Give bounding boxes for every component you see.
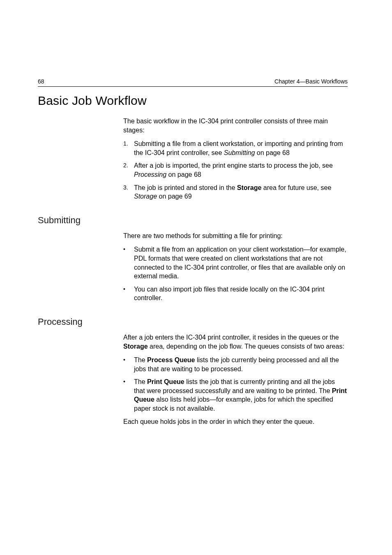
list-text: After a job is imported, the print engin… [134, 161, 348, 179]
text-fragment: area for future use, see [261, 184, 331, 191]
list-text: The Print Queue lists the job that is cu… [134, 377, 348, 413]
list-text: Submit a file from an application on you… [134, 245, 348, 280]
ui-label: Process Queue [147, 356, 195, 363]
text-fragment: After a job enters the IC-304 print cont… [123, 334, 339, 341]
workflow-steps-list: 1. Submitting a file from a client works… [123, 139, 348, 201]
submitting-paragraph: There are two methods for submitting a f… [123, 231, 348, 240]
heading-processing: Processing [38, 317, 348, 327]
bullet-icon: • [123, 285, 134, 303]
list-item: 3. The job is printed and stored in the … [123, 183, 348, 201]
content-area: Basic Job Workflow The basic workflow in… [38, 94, 348, 431]
cross-ref-link[interactable]: Processing [134, 171, 166, 178]
list-item: • The Process Queue lists the job curren… [123, 356, 348, 373]
text-fragment: After a job is imported, the print engin… [134, 162, 333, 169]
list-item: 1. Submitting a file from a client works… [123, 139, 348, 157]
intro-block: The basic workflow in the IC-304 print c… [123, 117, 348, 201]
submitting-block: There are two methods for submitting a f… [123, 231, 348, 303]
ui-label: Storage [237, 184, 262, 191]
bullet-icon: • [123, 356, 134, 373]
processing-block: After a job enters the IC-304 print cont… [123, 333, 348, 426]
text-fragment: area, depending on the job flow. The que… [148, 343, 344, 350]
header-rule [38, 86, 348, 87]
submitting-bullets: • Submit a file from an application on y… [123, 245, 348, 303]
text-fragment: The job is printed and stored in the [134, 184, 237, 191]
page-header: 68 Chapter 4—Basic Workflows [38, 78, 348, 85]
list-text: The Process Queue lists the job currentl… [134, 356, 348, 373]
text-fragment: The [134, 378, 147, 385]
list-marker: 1. [123, 139, 134, 157]
text-fragment: on page 68 [255, 149, 290, 156]
text-fragment: also lists held jobs—for example, jobs f… [134, 396, 333, 412]
cross-ref-link[interactable]: Submitting [224, 149, 255, 156]
ui-label: Storage [123, 343, 148, 350]
heading-submitting: Submitting [38, 215, 348, 226]
cross-ref-link[interactable]: Storage [134, 193, 157, 200]
list-item: • Submit a file from an application on y… [123, 245, 348, 280]
text-fragment: on page 69 [157, 193, 192, 200]
list-text: You can also import job files that resid… [134, 285, 348, 303]
list-item: • The Print Queue lists the job that is … [123, 377, 348, 413]
text-fragment: on page 68 [166, 171, 201, 178]
processing-bullets: • The Process Queue lists the job curren… [123, 356, 348, 413]
list-text: The job is printed and stored in the Sto… [134, 183, 348, 201]
list-item: 2. After a job is imported, the print en… [123, 161, 348, 179]
ui-label: Print Queue [147, 378, 184, 385]
bullet-icon: • [123, 377, 134, 413]
document-page: 68 Chapter 4—Basic Workflows Basic Job W… [0, 0, 392, 555]
bullet-icon: • [123, 245, 134, 280]
intro-paragraph: The basic workflow in the IC-304 print c… [123, 117, 348, 134]
processing-paragraph: After a job enters the IC-304 print cont… [123, 333, 348, 351]
list-marker: 3. [123, 183, 134, 201]
page-number: 68 [38, 78, 44, 85]
processing-closing: Each queue holds jobs in the order in wh… [123, 417, 348, 426]
text-fragment: The [134, 356, 147, 363]
heading-basic-job-workflow: Basic Job Workflow [38, 94, 348, 108]
list-item: • You can also import job files that res… [123, 285, 348, 303]
chapter-label: Chapter 4—Basic Workflows [274, 78, 348, 85]
list-text: Submitting a file from a client workstat… [134, 139, 348, 157]
list-marker: 2. [123, 161, 134, 179]
